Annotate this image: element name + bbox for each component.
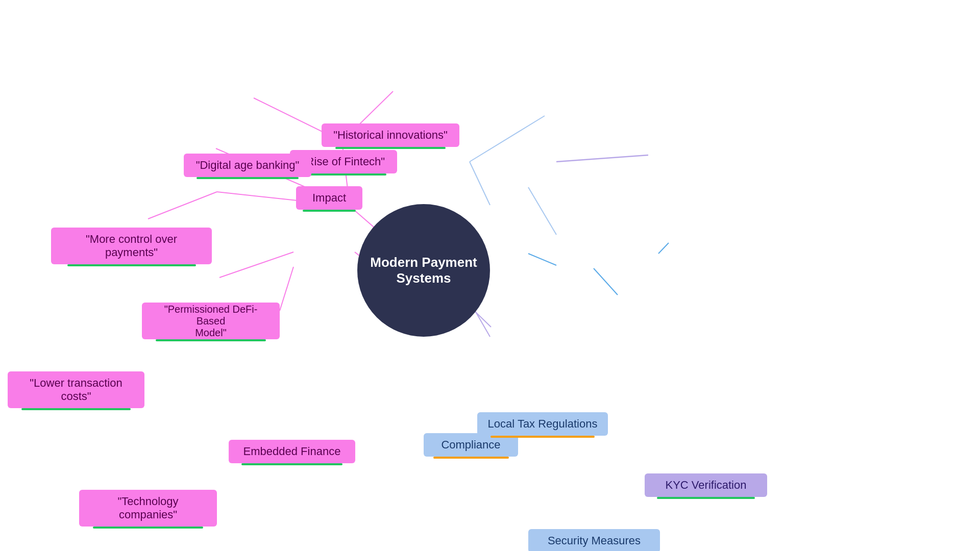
- compliance-label: Compliance: [441, 438, 500, 452]
- node-historical[interactable]: "Historical innovations": [322, 123, 459, 147]
- node-security[interactable]: Security Measures: [528, 529, 660, 551]
- tech-companies-label: "Technology companies": [88, 495, 208, 521]
- svg-line-16: [594, 268, 618, 295]
- svg-line-6: [148, 192, 217, 219]
- kyc-label: KYC Verification: [666, 479, 747, 492]
- svg-line-13: [528, 187, 556, 235]
- svg-line-11: [470, 116, 545, 162]
- node-local-tax[interactable]: Local Tax Regulations: [477, 412, 608, 436]
- historical-label: "Historical innovations": [333, 129, 448, 142]
- svg-line-9: [280, 267, 293, 311]
- rise-fintech-label: "Rise of Fintech": [302, 155, 385, 168]
- impact-label: Impact: [312, 191, 346, 205]
- security-label: Security Measures: [548, 534, 641, 547]
- svg-line-14: [528, 254, 556, 265]
- center-label: Modern Payment Systems: [366, 255, 481, 286]
- svg-line-10: [470, 162, 490, 205]
- node-tech-companies[interactable]: "Technology companies": [79, 490, 217, 527]
- node-impact[interactable]: Impact: [296, 186, 362, 210]
- node-embedded-finance[interactable]: Embedded Finance: [229, 440, 355, 463]
- node-digital-age[interactable]: "Digital age banking": [184, 154, 311, 177]
- lower-tx-label: "Lower transaction costs": [17, 377, 135, 403]
- local-tax-label: Local Tax Regulations: [488, 417, 598, 431]
- svg-line-8: [219, 252, 293, 278]
- embedded-finance-label: Embedded Finance: [243, 445, 341, 458]
- more-control-label: "More control over payments": [60, 233, 203, 259]
- digital-age-label: "Digital age banking": [196, 159, 300, 172]
- center-node[interactable]: Modern Payment Systems: [357, 204, 490, 337]
- permissioned-label: "Permissioned DeFi-Based Model": [151, 304, 271, 339]
- svg-line-12: [556, 155, 648, 162]
- node-more-control[interactable]: "More control over payments": [51, 228, 212, 264]
- node-lower-tx[interactable]: "Lower transaction costs": [8, 371, 144, 408]
- node-kyc[interactable]: KYC Verification: [645, 473, 767, 497]
- node-permissioned[interactable]: "Permissioned DeFi-Based Model": [142, 303, 280, 339]
- svg-line-15: [658, 243, 669, 254]
